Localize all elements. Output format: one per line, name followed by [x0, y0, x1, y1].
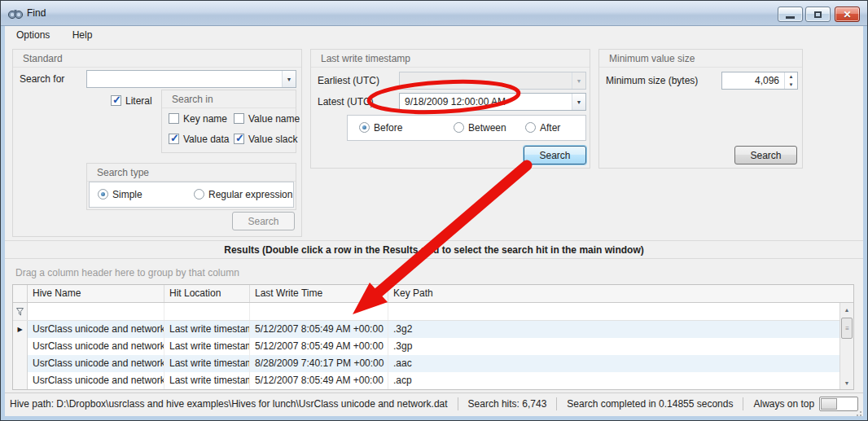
vertical-scrollbar[interactable]: ▲ ≡ ▼ [840, 303, 853, 389]
cell-hive-name[interactable]: UsrClass unicode and network.dat [28, 355, 164, 372]
cell-hive-name[interactable]: UsrClass unicode and network.dat [28, 321, 164, 338]
table-row[interactable]: UsrClass unicode and network.dat Last wr… [13, 372, 853, 389]
regex-radio[interactable] [194, 189, 204, 200]
chevron-down-icon[interactable] [282, 71, 296, 87]
column-header-last-write-time[interactable]: Last Write Time [250, 285, 388, 302]
find-window: Find ✕ Options Help Standard Search for … [0, 0, 868, 421]
radio-simple[interactable]: Simple [98, 189, 142, 200]
filter-cell[interactable] [28, 303, 164, 320]
spin-down-icon[interactable]: ▼ [785, 81, 797, 89]
binoculars-icon [8, 7, 23, 20]
cell-hive-name[interactable]: UsrClass unicode and network.dat [28, 372, 164, 389]
value-data-label: Value data [183, 134, 230, 145]
row-indicator [13, 372, 28, 389]
standard-group: Standard Search for Literal Search in Ke… [12, 49, 302, 237]
search-completed-status: Search completed in 0.14855 seconds [557, 398, 743, 410]
search-for-input[interactable] [86, 70, 296, 88]
row-indicator [13, 321, 28, 338]
checkbox-value-data[interactable]: Value data [169, 134, 230, 145]
value-name-box[interactable] [234, 113, 244, 124]
checkbox-value-name[interactable]: Value name [234, 113, 300, 125]
checkbox-value-slack[interactable]: Value slack [234, 134, 297, 145]
latest-utc-input[interactable]: 9/18/2009 12:00:00 AM [399, 93, 586, 111]
literal-checkbox[interactable]: Literal [111, 95, 152, 107]
radio-regular-expression[interactable]: Regular expression [194, 189, 292, 200]
toggle-knob[interactable] [821, 398, 837, 410]
cell-key-path[interactable]: .3g2 [388, 321, 853, 338]
table-row[interactable]: UsrClass unicode and network.dat Last wr… [13, 355, 853, 372]
value-slack-box[interactable] [234, 134, 244, 144]
radio-between[interactable]: Between [454, 122, 506, 134]
checkbox-key-name[interactable]: Key name [169, 113, 227, 125]
filter-cell[interactable] [164, 303, 250, 320]
chevron-down-icon[interactable] [572, 94, 585, 110]
always-on-top-label: Always on top [743, 398, 814, 410]
key-name-box[interactable] [169, 113, 179, 124]
cell-hive-name[interactable]: UsrClass unicode and network.dat [28, 338, 164, 355]
value-data-box[interactable] [169, 134, 179, 144]
minimum-size-stepper[interactable]: 4,096 ▲ ▼ [721, 72, 798, 90]
table-row[interactable]: UsrClass unicode and network.dat Last wr… [13, 321, 853, 338]
cell-hit-location[interactable]: Last write timestamp [164, 338, 250, 355]
cell-last-write-time[interactable]: 8/28/2009 7:40:17 PM +00:00 [250, 355, 388, 372]
spin-up-icon[interactable]: ▲ [785, 72, 797, 81]
minimize-button[interactable] [778, 7, 803, 22]
before-radio[interactable] [359, 122, 370, 133]
search-type-title: Search type [87, 164, 296, 182]
cell-hit-location[interactable]: Last write timestamp [164, 321, 250, 338]
titlebar: Find ✕ [1, 1, 867, 26]
maximize-button[interactable] [805, 7, 831, 22]
minsize-group: Minimum value size Minimum size (bytes) … [598, 49, 803, 169]
close-button[interactable]: ✕ [835, 7, 860, 22]
cell-hit-location[interactable]: Last write timestamp [164, 372, 250, 389]
search-in-title: Search in [162, 90, 296, 108]
cell-last-write-time[interactable]: 5/12/2007 8:05:49 AM +00:00 [250, 321, 388, 338]
after-radio[interactable] [525, 122, 536, 133]
standard-search-button[interactable]: Search [232, 212, 295, 230]
timestamp-search-button[interactable]: Search [524, 146, 586, 164]
row-indicator [13, 355, 28, 372]
scroll-up-icon[interactable]: ▲ [840, 303, 853, 316]
search-in-group: Search in Key name Value name Value data… [161, 90, 296, 153]
cell-key-path[interactable]: .acp [388, 372, 853, 389]
cell-last-write-time[interactable]: 5/12/2007 8:05:49 AM +00:00 [250, 372, 388, 389]
header-indicator-cell [13, 285, 28, 302]
grid-header-row: Hive Name Hit Location Last Write Time K… [13, 285, 853, 303]
minimum-size-label: Minimum size (bytes) [606, 75, 698, 86]
scroll-down-icon[interactable]: ▼ [840, 376, 853, 389]
search-for-label: Search for [20, 73, 64, 85]
between-radio[interactable] [454, 122, 464, 133]
radio-after[interactable]: After [525, 122, 560, 134]
filter-cell[interactable] [250, 303, 388, 320]
cell-hit-location[interactable]: Last write timestamp [164, 355, 250, 372]
menu-help[interactable]: Help [64, 26, 101, 44]
minsize-search-button[interactable]: Search [734, 146, 797, 164]
column-header-key-path[interactable]: Key Path [388, 285, 853, 302]
column-header-hive-name[interactable]: Hive Name [28, 285, 164, 302]
minimum-size-value: 4,096 [722, 75, 784, 86]
earliest-utc-label: Earliest (UTC) [318, 75, 379, 86]
simple-radio[interactable] [98, 189, 108, 200]
always-on-top-toggle[interactable] [819, 397, 858, 411]
column-header-hit-location[interactable]: Hit Location [164, 285, 250, 302]
scrollbar-thumb[interactable]: ≡ [841, 318, 853, 339]
close-icon: ✕ [843, 9, 851, 20]
menu-options[interactable]: Options [8, 26, 58, 44]
cell-key-path[interactable]: .3gp [388, 338, 853, 355]
filter-row[interactable] [13, 303, 853, 321]
radio-before[interactable]: Before [359, 122, 402, 134]
simple-label: Simple [112, 189, 142, 200]
before-label: Before [374, 122, 402, 134]
resize-grip[interactable] [855, 410, 861, 416]
cell-key-path[interactable]: .aac [388, 355, 853, 372]
stepper-buttons[interactable]: ▲ ▼ [784, 72, 797, 89]
after-label: After [540, 122, 560, 134]
filter-icon [13, 303, 28, 320]
literal-checkbox-box[interactable] [111, 95, 121, 106]
filter-cell[interactable] [388, 303, 853, 320]
menubar: Options Help [5, 26, 863, 45]
cell-last-write-time[interactable]: 5/12/2007 8:05:49 AM +00:00 [250, 338, 388, 355]
value-name-label: Value name [248, 113, 300, 125]
table-row[interactable]: UsrClass unicode and network.dat Last wr… [13, 338, 853, 355]
red-arrow-shaft [379, 165, 527, 292]
